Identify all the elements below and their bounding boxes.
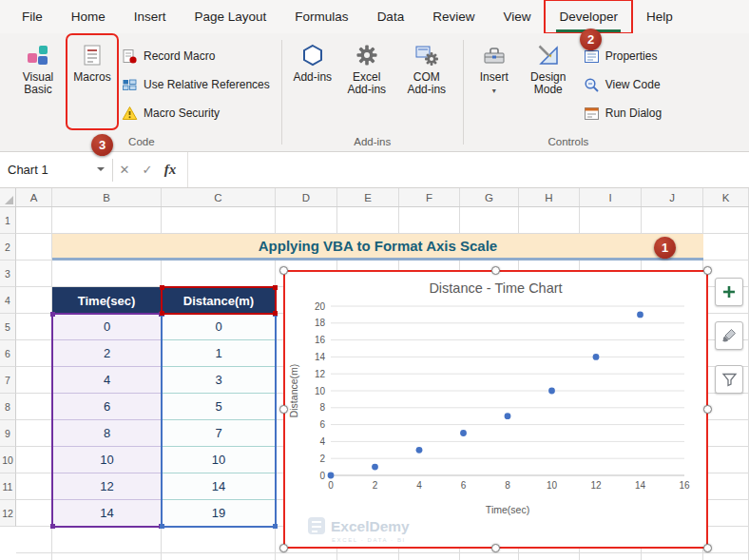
insert-function-icon[interactable]: fx: [159, 162, 182, 178]
insert-dropdown-icon[interactable]: ▾: [492, 87, 496, 94]
column-header-a[interactable]: A: [16, 188, 52, 206]
chart-resize-handle[interactable]: [491, 266, 500, 275]
chart-styles-button[interactable]: [715, 321, 743, 350]
tab-help[interactable]: Help: [632, 0, 687, 33]
design-mode-icon: [536, 43, 561, 68]
record-macro-label: Record Macro: [144, 49, 215, 63]
row-header-3[interactable]: 3: [0, 261, 16, 287]
row-header-2[interactable]: 2: [0, 234, 16, 261]
column-header-c[interactable]: C: [162, 188, 276, 206]
chart-resize-handle[interactable]: [703, 405, 712, 414]
tab-review[interactable]: Review: [418, 0, 489, 33]
row-header-6[interactable]: 6: [0, 340, 16, 367]
select-all-corner[interactable]: [0, 188, 16, 206]
row-header-5[interactable]: 5: [0, 314, 16, 340]
formula-input[interactable]: [187, 152, 749, 187]
cell-time-row6[interactable]: 2: [52, 340, 162, 367]
tab-formulas[interactable]: Formulas: [280, 0, 362, 33]
cell-distance-row5[interactable]: 0: [162, 314, 276, 340]
column-header-g[interactable]: G: [460, 188, 519, 206]
column-header-j[interactable]: J: [642, 188, 703, 206]
cell-distance-row6[interactable]: 1: [162, 340, 276, 367]
com-add-ins-button[interactable]: COM Add-ins: [398, 37, 455, 126]
cell-time-row9[interactable]: 8: [52, 420, 162, 447]
ribbon-group-code: Visual Basic Macros Record Macro: [2, 33, 281, 151]
run-dialog-button[interactable]: Run Dialog: [584, 104, 662, 123]
column-header-e[interactable]: E: [337, 188, 399, 206]
record-macro-icon: [122, 48, 138, 65]
cell-distance-row12[interactable]: 19: [162, 500, 276, 527]
column-header-f[interactable]: F: [399, 188, 460, 206]
chart-resize-handle[interactable]: [703, 266, 712, 275]
insert-control-button[interactable]: Insert ▾: [471, 37, 517, 126]
row-header-12[interactable]: 12: [0, 500, 16, 527]
column-header-d[interactable]: D: [276, 188, 337, 206]
chart-resize-handle[interactable]: [279, 405, 288, 414]
macros-button[interactable]: Macros: [69, 37, 115, 126]
row-header-9[interactable]: 9: [0, 420, 16, 447]
name-box[interactable]: Chart 1: [0, 152, 112, 187]
tab-file[interactable]: File: [8, 0, 57, 33]
cell-time-row10[interactable]: 10: [52, 447, 162, 473]
cell-time-row5[interactable]: 0: [52, 314, 162, 340]
use-relative-references-button[interactable]: Use Relative References: [122, 75, 270, 94]
row-header-4[interactable]: 4: [0, 287, 16, 314]
cell-distance-row8[interactable]: 5: [162, 394, 276, 420]
row-header-8[interactable]: 8: [0, 394, 16, 420]
row-header-10[interactable]: 10: [0, 447, 16, 473]
visual-basic-button[interactable]: Visual Basic: [10, 37, 67, 126]
chart-resize-handle[interactable]: [279, 544, 288, 552]
row-header-11[interactable]: 11: [0, 473, 16, 500]
svg-text:10: 10: [547, 480, 558, 491]
tab-insert[interactable]: Insert: [120, 0, 181, 33]
macro-security-warning-icon: [122, 106, 138, 122]
column-header-i[interactable]: I: [580, 188, 642, 206]
table-header-time[interactable]: Time(sec): [52, 287, 162, 314]
cell-time-row7[interactable]: 4: [52, 367, 162, 394]
cell-time-row11[interactable]: 12: [52, 473, 162, 500]
row-header-1[interactable]: 1: [0, 207, 16, 234]
chart[interactable]: 024681012141618200246810121416Distance -…: [283, 270, 708, 549]
cell-distance-row11[interactable]: 14: [162, 473, 276, 500]
view-code-button[interactable]: View Code: [584, 75, 662, 94]
name-box-dropdown-icon[interactable]: [97, 167, 105, 175]
tab-view[interactable]: View: [489, 0, 545, 33]
design-mode-button[interactable]: Design Mode: [520, 37, 577, 126]
svg-text:0: 0: [319, 471, 325, 481]
excel-add-ins-button[interactable]: Excel Add-ins: [338, 37, 395, 126]
filter-funnel-icon: [721, 372, 738, 387]
tab-page-layout[interactable]: Page Layout: [181, 0, 281, 33]
chart-filters-button[interactable]: [715, 365, 743, 394]
column-headers: ABCDEFGHIJK: [16, 188, 749, 206]
column-header-b[interactable]: B: [52, 188, 162, 206]
macro-security-button[interactable]: Macro Security: [122, 104, 270, 123]
macros-label: Macros: [73, 71, 110, 84]
column-header-h[interactable]: H: [519, 188, 580, 206]
add-ins-button[interactable]: Add-ins: [290, 37, 336, 126]
cell-time-row12[interactable]: 14: [52, 500, 162, 527]
column-header-k[interactable]: K: [703, 188, 749, 206]
tab-data[interactable]: Data: [363, 0, 419, 33]
svg-text:16: 16: [315, 335, 326, 345]
sheet-grid[interactable]: Applying VBA to Format Axis Scale Time(s…: [16, 207, 749, 560]
tab-home[interactable]: Home: [57, 0, 120, 33]
cell-distance-row10[interactable]: 10: [162, 447, 276, 473]
plus-icon: [721, 284, 737, 299]
cancel-icon[interactable]: ✕: [113, 163, 136, 177]
chart-resize-handle[interactable]: [279, 266, 288, 275]
cell-time-row8[interactable]: 6: [52, 394, 162, 420]
record-macro-button[interactable]: Record Macro: [122, 47, 270, 66]
table-header-distance[interactable]: Distance(m): [162, 287, 276, 314]
tab-label: File: [22, 10, 43, 24]
svg-text:Distance(m): Distance(m): [288, 364, 299, 418]
chart-resize-handle[interactable]: [491, 544, 500, 552]
chart-resize-handle[interactable]: [703, 544, 712, 552]
chart-elements-button[interactable]: [715, 278, 743, 306]
use-relative-references-label: Use Relative References: [144, 78, 270, 91]
enter-icon[interactable]: ✓: [136, 163, 159, 177]
name-box-value: Chart 1: [8, 163, 48, 177]
cell-distance-row9[interactable]: 7: [162, 420, 276, 447]
cell-distance-row7[interactable]: 3: [162, 367, 276, 394]
row-header-7[interactable]: 7: [0, 367, 16, 394]
view-code-label: View Code: [605, 78, 661, 91]
